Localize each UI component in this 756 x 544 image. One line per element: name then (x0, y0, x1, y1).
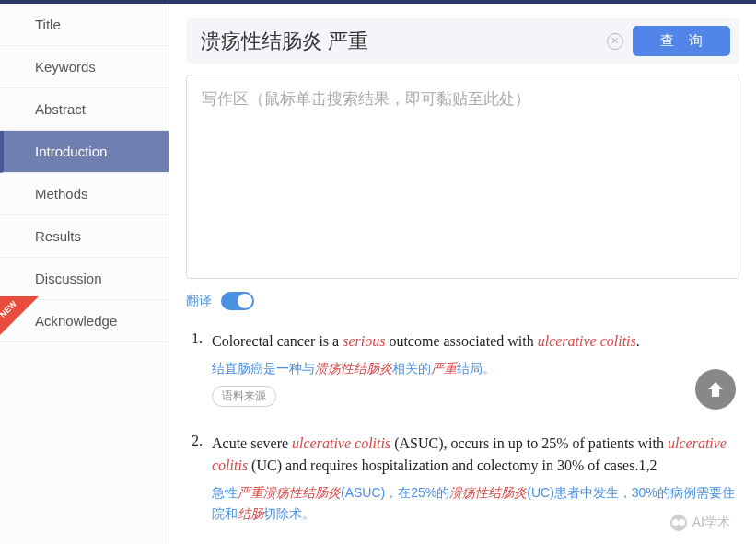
sidebar-item-methods[interactable]: Methods (0, 173, 169, 215)
scroll-to-top-button[interactable] (695, 369, 736, 410)
translate-label: 翻译 (186, 293, 212, 309)
result-english: Colorectal cancer is a serious outcome a… (212, 330, 739, 353)
sidebar-item-introduction[interactable]: Introduction (0, 131, 169, 173)
result-number: 1. (192, 330, 212, 407)
sidebar-item-results[interactable]: Results (0, 215, 169, 258)
result-english: Acute severe ulcerative colitis (ASUC), … (212, 433, 739, 477)
result-chinese: 结直肠癌是一种与溃疡性结肠炎相关的严重结局。 (212, 358, 739, 378)
result-chinese: 急性严重溃疡性结肠炎(ASUC)，在25%的溃疡性结肠炎(UC)患者中发生，30… (212, 482, 739, 524)
sidebar-item-discussion[interactable]: Discussion (0, 258, 169, 300)
wechat-icon (670, 515, 687, 531)
watermark-text: AI学术 (692, 515, 730, 531)
sidebar-item-title[interactable]: Title (0, 4, 169, 46)
results-list: 1.Colorectal cancer is a serious outcome… (186, 330, 739, 531)
watermark: AI学术 (670, 515, 730, 531)
main-content: 溃疡性结肠炎 严重 ✕ 查 询 写作区（鼠标单击搜索结果，即可黏贴至此处） 翻译… (169, 4, 756, 544)
clear-icon[interactable]: ✕ (607, 33, 623, 50)
translate-toggle[interactable] (221, 292, 254, 310)
write-area[interactable]: 写作区（鼠标单击搜索结果，即可黏贴至此处） (186, 75, 739, 279)
search-input[interactable]: 溃疡性结肠炎 严重 (195, 28, 598, 55)
translate-row: 翻译 (186, 292, 739, 310)
search-bar: 溃疡性结肠炎 严重 ✕ 查 询 (186, 18, 739, 64)
arrow-up-icon (704, 378, 727, 400)
result-body: Acute severe ulcerative colitis (ASUC), … (212, 433, 739, 531)
sidebar-item-abstract[interactable]: Abstract (0, 88, 169, 131)
result-body: Colorectal cancer is a serious outcome a… (212, 330, 739, 407)
result-number: 2. (192, 433, 212, 531)
query-button[interactable]: 查 询 (633, 26, 730, 56)
source-button[interactable]: 语料来源 (212, 386, 276, 407)
new-badge: NEW (0, 296, 39, 335)
toggle-knob (238, 294, 252, 308)
sidebar-item-keywords[interactable]: Keywords (0, 46, 169, 88)
result-item[interactable]: 1.Colorectal cancer is a serious outcome… (192, 330, 739, 407)
sidebar: TitleKeywordsAbstractIntroductionMethods… (0, 4, 169, 544)
result-item[interactable]: 2.Acute severe ulcerative colitis (ASUC)… (192, 433, 739, 531)
